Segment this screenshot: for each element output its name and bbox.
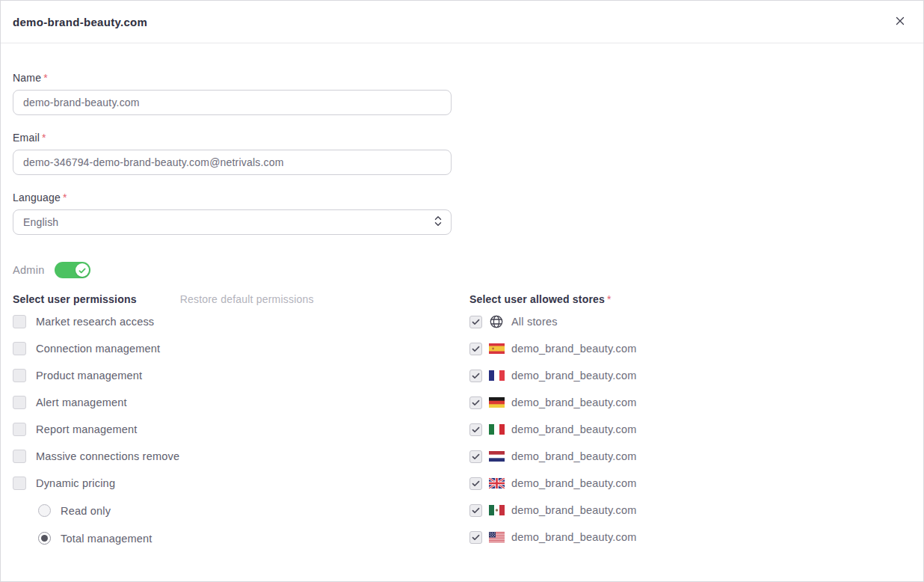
store-checkbox[interactable]	[469, 396, 482, 409]
permissions-column: Select user permissions Restore default …	[13, 293, 469, 552]
dynamic-pricing-option-row: Total management	[13, 524, 469, 552]
stores-column: Select user allowed stores* All stores d…	[469, 293, 911, 552]
store-label: demo_brand_beauty.com	[511, 423, 637, 435]
dynamic-pricing-option-label: Total management	[61, 533, 153, 545]
permission-label: Massive connections remove	[36, 450, 179, 462]
permissions-list: Market research access Connection manage…	[13, 308, 469, 497]
store-label: demo_brand_beauty.com	[511, 531, 637, 543]
admin-label: Admin	[13, 264, 45, 276]
store-label: demo_brand_beauty.com	[511, 396, 637, 408]
stores-heading: Select user allowed stores*	[469, 293, 612, 305]
permission-label: Report management	[36, 423, 138, 435]
store-row: demo_brand_beauty.com	[469, 389, 911, 416]
admin-toggle[interactable]	[55, 262, 90, 278]
flag-mexico-icon	[488, 502, 505, 518]
language-select[interactable]: English	[13, 209, 452, 235]
store-checkbox[interactable]	[469, 504, 482, 517]
store-checkbox[interactable]	[469, 316, 482, 328]
permission-row: Product management	[13, 362, 469, 389]
store-checkbox[interactable]	[469, 423, 482, 436]
language-selected-value: English	[23, 216, 58, 228]
close-icon	[895, 16, 905, 28]
flag-germany-icon	[488, 394, 505, 411]
store-checkbox[interactable]	[469, 477, 482, 490]
permission-row: Report management	[13, 416, 469, 443]
dynamic-pricing-radio[interactable]	[38, 504, 51, 517]
dynamic-pricing-option-row: Read only	[13, 497, 469, 524]
language-field-group: Language* English	[13, 192, 452, 235]
email-field-group: Email*	[13, 132, 452, 175]
permissions-heading: Select user permissions	[13, 293, 137, 305]
permission-checkbox[interactable]	[13, 450, 26, 463]
stores-list: All stores demo_brand_beauty.com demo_br…	[469, 308, 911, 551]
permission-row: Alert management	[13, 389, 469, 416]
store-checkbox[interactable]	[469, 343, 482, 355]
toggle-knob	[76, 263, 89, 277]
modal-body: Name* Email* Language* English Admin	[1, 43, 923, 552]
permission-checkbox[interactable]	[13, 396, 26, 409]
store-row: All stores	[469, 308, 911, 335]
name-label: Name*	[13, 72, 452, 84]
dynamic-pricing-option-label: Read only	[61, 505, 111, 517]
permission-checkbox[interactable]	[13, 369, 26, 382]
permission-row: Massive connections remove	[13, 443, 469, 470]
store-checkbox[interactable]	[469, 370, 482, 382]
store-checkbox[interactable]	[469, 450, 482, 463]
dynamic-pricing-options: Read only Total management	[13, 497, 469, 552]
chevron-up-down-icon	[434, 215, 443, 229]
permission-label: Alert management	[36, 396, 127, 408]
permission-checkbox[interactable]	[13, 315, 26, 328]
permission-checkbox[interactable]	[13, 342, 26, 355]
flag-spain-icon	[488, 340, 505, 357]
permission-label: Dynamic pricing	[36, 477, 115, 489]
store-checkbox[interactable]	[469, 531, 482, 544]
store-row: demo_brand_beauty.com	[469, 497, 911, 524]
name-field-group: Name*	[13, 72, 452, 115]
name-input[interactable]	[13, 90, 452, 115]
store-row: demo_brand_beauty.com	[469, 416, 911, 443]
check-icon	[78, 265, 86, 276]
flag-italy-icon	[488, 421, 505, 438]
store-row: demo_brand_beauty.com	[469, 524, 911, 551]
permissions-and-stores: Select user permissions Restore default …	[13, 293, 911, 552]
flag-netherlands-icon	[488, 448, 505, 465]
required-asterisk: *	[607, 293, 612, 305]
flag-france-icon	[488, 367, 505, 384]
permission-row: Dynamic pricing	[13, 470, 469, 497]
flag-uk-icon	[488, 475, 505, 491]
store-row: demo_brand_beauty.com	[469, 362, 911, 389]
modal-title: demo-brand-beauty.com	[13, 16, 147, 28]
store-label: demo_brand_beauty.com	[511, 504, 637, 516]
flag-usa-icon	[488, 529, 505, 545]
permission-row: Connection management	[13, 335, 469, 362]
close-button[interactable]	[892, 13, 908, 31]
language-label: Language*	[13, 192, 452, 203]
required-asterisk: *	[63, 192, 67, 203]
email-label: Email*	[13, 132, 452, 144]
store-row: demo_brand_beauty.com	[469, 470, 911, 497]
email-input[interactable]	[13, 150, 452, 175]
permission-checkbox[interactable]	[13, 477, 26, 490]
permissions-header: Select user permissions Restore default …	[13, 293, 469, 307]
store-label: demo_brand_beauty.com	[511, 477, 637, 489]
admin-row: Admin	[13, 262, 911, 278]
store-row: demo_brand_beauty.com	[469, 443, 911, 470]
permission-label: Market research access	[36, 316, 154, 328]
permission-label: Product management	[36, 370, 142, 382]
permission-row: Market research access	[13, 308, 469, 335]
permission-checkbox[interactable]	[13, 423, 26, 436]
dynamic-pricing-radio[interactable]	[38, 532, 51, 545]
user-edit-modal: { "modal": { "title": "demo-brand-beauty…	[0, 0, 924, 582]
modal-header: demo-brand-beauty.com	[1, 1, 923, 43]
store-row: demo_brand_beauty.com	[469, 335, 911, 362]
required-asterisk: *	[42, 132, 46, 144]
stores-header: Select user allowed stores*	[469, 293, 911, 307]
permission-label: Connection management	[36, 343, 160, 355]
store-label: demo_brand_beauty.com	[511, 370, 637, 382]
store-label: demo_brand_beauty.com	[511, 450, 637, 462]
required-asterisk: *	[43, 72, 48, 84]
store-label: demo_brand_beauty.com	[511, 343, 637, 355]
globe-icon	[488, 313, 505, 330]
restore-default-permissions-link[interactable]: Restore default permissions	[180, 293, 314, 305]
store-label: All stores	[511, 316, 558, 328]
